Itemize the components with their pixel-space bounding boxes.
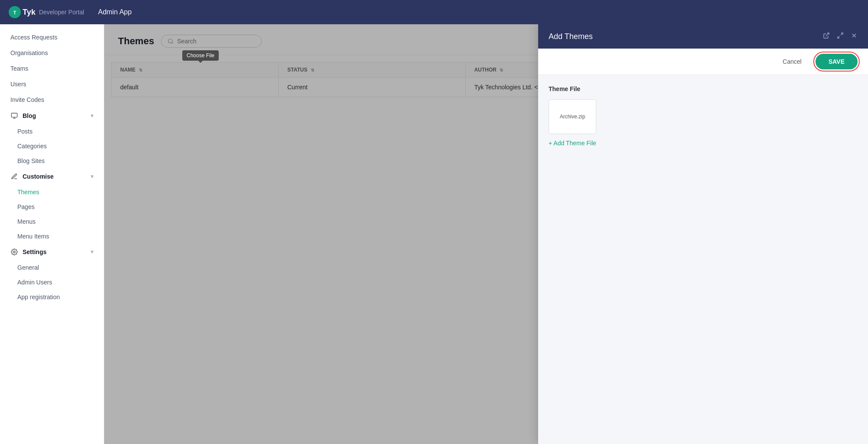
- settings-chevron-icon: ▾: [91, 249, 93, 255]
- menus-label: Menus: [17, 218, 36, 225]
- svg-text:T: T: [13, 10, 16, 15]
- sidebar-item-admin-users[interactable]: Admin Users: [0, 275, 104, 290]
- posts-label: Posts: [17, 128, 33, 135]
- sidebar-item-posts[interactable]: Posts: [0, 124, 104, 139]
- sidebar-section-blog[interactable]: Blog ▾: [0, 108, 104, 124]
- tyk-icon: T: [9, 6, 21, 18]
- modal-panel: Add Themes: [538, 24, 868, 444]
- sidebar-section-settings[interactable]: Settings ▾: [0, 244, 104, 260]
- sidebar-section-customise[interactable]: Customise ▾: [0, 168, 104, 185]
- modal-toolbar: Cancel SAVE: [538, 49, 868, 75]
- sidebar-item-users[interactable]: Users: [0, 76, 104, 92]
- svg-rect-2: [11, 113, 17, 117]
- sidebar-item-pages[interactable]: Pages: [0, 199, 104, 214]
- tyk-logo: T Tyk Developer Portal: [9, 6, 84, 18]
- portal-label: Developer Portal: [39, 9, 84, 16]
- customise-icon: [10, 173, 18, 180]
- svg-point-5: [13, 251, 15, 253]
- sidebar-item-teams[interactable]: Teams: [0, 61, 104, 76]
- sidebar-item-menus[interactable]: Menus: [0, 214, 104, 229]
- sidebar-item-app-registration[interactable]: App registration: [0, 290, 104, 304]
- sidebar-item-general[interactable]: General: [0, 260, 104, 275]
- modal-header: Add Themes: [538, 24, 868, 49]
- svg-line-8: [826, 33, 829, 36]
- settings-section-label: Settings: [23, 248, 46, 255]
- sidebar: Access Requests Organisations Teams User…: [0, 24, 104, 444]
- expand-icon[interactable]: [837, 32, 844, 41]
- main-layout: Access Requests Organisations Teams User…: [0, 24, 868, 444]
- teams-label: Teams: [10, 65, 28, 72]
- access-requests-label: Access Requests: [10, 34, 57, 41]
- external-link-icon[interactable]: [823, 32, 830, 41]
- sidebar-item-invite-codes[interactable]: Invite Codes: [0, 92, 104, 108]
- customise-section-label: Customise: [23, 173, 54, 180]
- content-area: Choose File Themes NAME ⇅: [104, 24, 868, 444]
- logo-area: T Tyk Developer Portal Admin App: [9, 6, 132, 18]
- organisations-label: Organisations: [10, 49, 48, 56]
- blog-section-label: Blog: [23, 112, 36, 119]
- categories-label: Categories: [17, 143, 47, 150]
- customise-chevron-icon: ▾: [91, 173, 93, 180]
- top-bar: T Tyk Developer Portal Admin App: [0, 0, 868, 24]
- close-icon[interactable]: [851, 32, 858, 41]
- archive-file-card[interactable]: Archive.zip: [549, 99, 596, 134]
- invite-codes-label: Invite Codes: [10, 96, 44, 103]
- tyk-brand-text: Tyk: [23, 8, 36, 17]
- sidebar-item-organisations[interactable]: Organisations: [0, 45, 104, 61]
- modal-title: Add Themes: [549, 32, 593, 41]
- sidebar-item-access-requests[interactable]: Access Requests: [0, 29, 104, 45]
- add-theme-file-link[interactable]: + Add Theme File: [549, 140, 596, 147]
- save-button[interactable]: SAVE: [815, 54, 858, 69]
- modal-overlay: Add Themes: [104, 24, 868, 444]
- file-name: Archive.zip: [560, 114, 585, 120]
- blog-icon: [10, 112, 18, 120]
- modal-header-icons: [823, 32, 858, 41]
- app-registration-label: App registration: [17, 294, 60, 300]
- sidebar-item-menu-items[interactable]: Menu Items: [0, 229, 104, 244]
- theme-file-label: Theme File: [549, 85, 858, 92]
- pages-label: Pages: [17, 203, 35, 210]
- svg-line-9: [841, 33, 843, 35]
- sidebar-item-blog-sites[interactable]: Blog Sites: [0, 153, 104, 168]
- blog-sites-label: Blog Sites: [17, 157, 45, 164]
- app-name: Admin App: [98, 8, 132, 16]
- themes-label: Themes: [17, 189, 39, 196]
- general-label: General: [17, 264, 39, 271]
- modal-body: Theme File Archive.zip + Add Theme File: [538, 75, 868, 444]
- settings-icon: [10, 248, 18, 256]
- svg-line-10: [838, 36, 840, 38]
- blog-chevron-icon: ▾: [91, 113, 93, 119]
- cancel-button[interactable]: Cancel: [776, 56, 809, 68]
- sidebar-item-categories[interactable]: Categories: [0, 139, 104, 153]
- menu-items-label: Menu Items: [17, 233, 49, 240]
- sidebar-item-themes[interactable]: Themes: [0, 185, 104, 199]
- admin-users-label: Admin Users: [17, 279, 52, 286]
- add-theme-file-label: + Add Theme File: [549, 140, 596, 147]
- users-label: Users: [10, 81, 26, 88]
